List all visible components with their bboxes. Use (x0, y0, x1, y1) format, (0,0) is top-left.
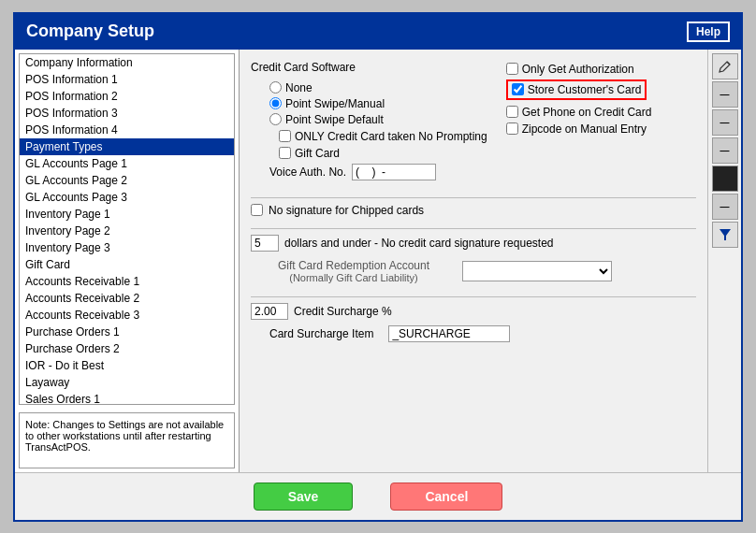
sidebar-item-ior[interactable]: IOR - Do it Best (20, 357, 234, 374)
gift-card-item: Gift Card (279, 147, 487, 160)
toolbar-btn-4[interactable]: ─ (712, 137, 738, 164)
toolbar-btn-2[interactable]: ─ (712, 81, 738, 108)
sidebar-item-inventory-3[interactable]: Inventory Page 3 (20, 239, 234, 256)
card-surcharge-item-input[interactable] (388, 325, 510, 342)
gift-card-checkbox[interactable] (279, 147, 291, 159)
zipcode-checkbox[interactable] (506, 122, 518, 135)
get-phone-checkbox[interactable] (506, 106, 518, 118)
toolbar-btn-6[interactable]: ─ (712, 194, 738, 220)
gift-card-label: Gift Card (295, 147, 340, 160)
radio-point-swipe-manual-label: Point Swipe/Manual (285, 97, 385, 110)
svg-line-1 (727, 62, 730, 65)
gift-card-redemption-sublabel: (Normally Gift Card Liability) (251, 272, 457, 283)
window-title: Company Setup (26, 22, 154, 41)
radio-point-swipe-default: Point Swipe Default (269, 113, 487, 126)
voice-auth-label: Voice Auth. No. (269, 166, 346, 179)
sidebar-item-inventory-2[interactable]: Inventory Page 2 (20, 223, 234, 239)
radio-none-label: None (285, 81, 313, 94)
content-area: Credit Card Software None Point Swipe/Ma… (240, 50, 707, 472)
sidebar-item-pos-info-3[interactable]: POS Information 3 (20, 105, 234, 122)
radio-point-swipe-manual-input[interactable] (269, 97, 282, 109)
sidebar-item-company-info[interactable]: Company Information (20, 54, 234, 71)
no-signature-checkbox[interactable] (251, 204, 263, 216)
store-customer-card-highlight: Store Customer's Card (506, 79, 647, 100)
sidebar-item-gl-accounts-3[interactable]: GL Accounts Page 3 (20, 189, 234, 206)
only-credit-card-label: ONLY Credit Card taken No Prompting (295, 130, 487, 143)
sidebar-item-po-2[interactable]: Purchase Orders 2 (20, 340, 234, 357)
gift-card-section: Gift Card Redemption Account (Normally G… (251, 259, 696, 283)
sidebar-item-ar-1[interactable]: Accounts Receivable 1 (20, 273, 234, 290)
title-bar: Company Setup Help (15, 14, 741, 50)
store-customer-card-label: Store Customer's Card (528, 83, 642, 96)
help-button[interactable]: Help (687, 22, 730, 42)
divider-2 (251, 228, 696, 229)
get-phone-item: Get Phone on Credit Card (506, 106, 693, 119)
store-customer-card-item: Store Customer's Card (506, 79, 693, 100)
surcharge-row: Credit Surcharge % (251, 303, 696, 320)
radio-point-swipe-manual: Point Swipe/Manual (269, 97, 487, 110)
gift-card-row: Gift Card Redemption Account (Normally G… (251, 259, 696, 283)
only-get-auth-item: Only Get Authorization (506, 63, 693, 76)
sidebar-item-po-1[interactable]: Purchase Orders 1 (20, 324, 234, 340)
filter-icon (718, 227, 733, 242)
company-setup-window: Company Setup Help Company InformationPO… (13, 12, 743, 522)
voice-auth-input[interactable] (352, 164, 436, 180)
signature-row: No signature for Chipped cards (251, 204, 696, 217)
credit-card-left: Credit Card Software None Point Swipe/Ma… (251, 61, 487, 186)
right-toolbar: ─ ─ ─ ─ (707, 50, 741, 472)
radio-point-swipe-default-label: Point Swipe Default (285, 113, 384, 126)
sidebar-item-gl-accounts-1[interactable]: GL Accounts Page 1 (20, 155, 234, 172)
zipcode-item: Zipcode on Manual Entry (506, 122, 693, 136)
card-item-row: Card Surcharge Item (251, 325, 696, 342)
radio-none-input[interactable] (269, 81, 282, 94)
dollars-label: dollars and under - No credit card signa… (284, 237, 554, 250)
card-surcharge-item-label: Card Surcharge Item (269, 327, 373, 340)
cancel-button[interactable]: Cancel (390, 483, 502, 511)
only-get-auth-label: Only Get Authorization (522, 63, 634, 76)
main-content: Company InformationPOS Information 1POS … (15, 50, 741, 472)
toolbar-btn-bottom[interactable] (712, 222, 738, 248)
only-get-auth-checkbox[interactable] (506, 63, 518, 75)
toolbar-btn-black[interactable] (712, 166, 738, 192)
credit-card-software-label: Credit Card Software (251, 61, 487, 74)
voice-auth-row: Voice Auth. No. (269, 164, 487, 180)
sidebar-note: Note: Changes to Settings are not availa… (19, 412, 235, 468)
sidebar-item-gift-card[interactable]: Gift Card (20, 256, 234, 273)
credit-surcharge-input[interactable] (251, 303, 288, 320)
divider-3 (251, 296, 696, 297)
sidebar-list: Company InformationPOS Information 1POS … (19, 53, 235, 405)
gift-card-select[interactable] (462, 261, 612, 281)
top-section: Credit Card Software None Point Swipe/Ma… (251, 61, 696, 186)
save-button[interactable]: Save (254, 483, 354, 511)
dollars-input[interactable] (251, 235, 279, 252)
no-signature-label: No signature for Chipped cards (269, 204, 424, 217)
sidebar-item-gl-accounts-2[interactable]: GL Accounts Page 2 (20, 172, 234, 189)
toolbar-btn-top[interactable] (712, 53, 738, 79)
gift-card-redemption-label: Gift Card Redemption Account (251, 259, 457, 272)
credit-surcharge-label: Credit Surcharge % (294, 305, 392, 318)
divider-1 (251, 197, 696, 198)
sidebar-item-layaway[interactable]: Layaway (20, 374, 234, 391)
footer: Save Cancel (15, 472, 741, 520)
toolbar-btn-3[interactable]: ─ (712, 109, 738, 136)
svg-marker-2 (720, 229, 731, 240)
sidebar-item-payment-types[interactable]: Payment Types (20, 138, 234, 155)
pencil-icon (718, 59, 733, 74)
store-customer-card-checkbox[interactable] (512, 83, 524, 95)
sidebar-item-pos-info-4[interactable]: POS Information 4 (20, 122, 234, 138)
sidebar: Company InformationPOS Information 1POS … (15, 50, 240, 472)
radio-point-swipe-default-input[interactable] (269, 113, 282, 125)
radio-none: None (269, 81, 487, 94)
sidebar-item-ar-2[interactable]: Accounts Receivable 2 (20, 290, 234, 307)
only-credit-card-checkbox[interactable] (279, 130, 291, 142)
get-phone-label: Get Phone on Credit Card (522, 106, 652, 119)
sidebar-item-inventory-1[interactable]: Inventory Page 1 (20, 206, 234, 223)
sidebar-item-sales-orders-1[interactable]: Sales Orders 1 (20, 391, 234, 405)
dollars-row: dollars and under - No credit card signa… (251, 235, 696, 252)
sidebar-item-pos-info-1[interactable]: POS Information 1 (20, 71, 234, 88)
spacer (251, 342, 696, 461)
sidebar-item-ar-3[interactable]: Accounts Receivable 3 (20, 307, 234, 324)
credit-card-right: Only Get Authorization Store Customer's … (506, 61, 693, 186)
radio-group: None Point Swipe/Manual Point Swipe Defa… (269, 81, 487, 126)
sidebar-item-pos-info-2[interactable]: POS Information 2 (20, 88, 234, 105)
